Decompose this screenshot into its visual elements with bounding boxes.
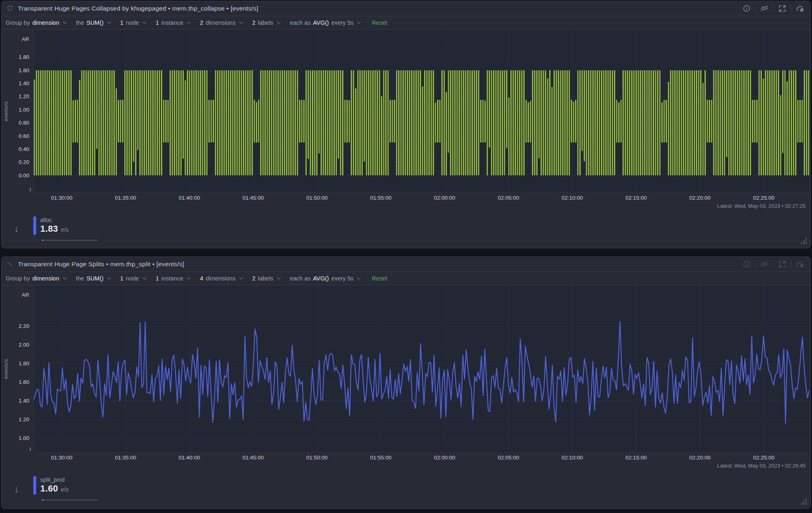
latest-timestamp: Latest: Wed, May 03, 2023 • 02:27:25 xyxy=(2,203,810,211)
time-aggregation-dropdown[interactable]: each as AVG() every 5s xyxy=(290,19,362,26)
y-tick-label: 2.20 xyxy=(19,323,29,330)
anomaly-rate-label[interactable]: AR xyxy=(22,36,29,42)
chart-filter-toolbar: Group by dimension the SUM() 1 node 1 in… xyxy=(2,272,810,285)
expand-dimensions-icon[interactable]: ↓ xyxy=(14,223,19,235)
dimension-color-bar xyxy=(33,216,36,235)
x-tick-label: 01:45:00 xyxy=(243,195,264,201)
reset-button[interactable]: Reset xyxy=(372,19,387,26)
y-tick-label: 0.60 xyxy=(19,133,29,140)
dimension-item-split-pmd[interactable]: split_pmd 1.60 e/s xyxy=(33,476,69,495)
group-by-dropdown[interactable]: Group by dimension xyxy=(6,19,67,26)
dimensions-dropdown[interactable]: 4 dimensions xyxy=(200,275,243,282)
x-tick-label: 02:15:00 xyxy=(626,455,647,461)
chart-title: Transparent Huge Pages Collapsed by khug… xyxy=(18,5,258,12)
group-by-value: dimension xyxy=(32,19,59,26)
x-tick-label: 02:20:00 xyxy=(689,195,711,201)
y-tick-label: 0.40 xyxy=(19,146,29,153)
x-axis: 01:30:0001:35:0001:40:0001:45:0001:50:00… xyxy=(33,453,809,462)
labels-dropdown[interactable]: 2 labels xyxy=(252,19,281,26)
fullscreen-icon[interactable] xyxy=(777,4,787,13)
y-tick-label: 1.80 xyxy=(19,360,29,367)
group-by-dropdown[interactable]: Group by dimension xyxy=(6,275,67,282)
x-tick-label: 01:35:00 xyxy=(115,195,136,201)
dimensions-dropdown[interactable]: 2 dimensions xyxy=(200,19,243,26)
chart-type-picker-icon[interactable] xyxy=(759,4,770,13)
chart-filter-toolbar: Group by dimension the SUM() 1 node 1 in… xyxy=(2,16,810,30)
y-tick-label: 1.00 xyxy=(19,435,29,442)
dimension-item-alloc[interactable]: alloc 1.83 e/s xyxy=(33,216,69,235)
expand-dimensions-icon[interactable]: ↓ xyxy=(14,483,19,495)
info-icon[interactable] xyxy=(742,260,751,268)
y-tick-label: 1.60 xyxy=(19,67,29,74)
time-aggregation-dropdown[interactable]: each as AVG() every 5s xyxy=(290,275,362,282)
dimension-name: alloc xyxy=(40,216,69,224)
nodes-dropdown[interactable]: 1 node xyxy=(120,275,147,282)
dimension-value: 1.60 xyxy=(40,483,58,494)
x-tick-label: 01:55:00 xyxy=(370,195,392,201)
aggregate-dropdown[interactable]: the SUM() xyxy=(76,19,111,26)
x-tick-label: 02:10:00 xyxy=(562,195,583,201)
dimensions-footer: ↓ split_pmd 1.60 e/s xyxy=(2,470,810,509)
chart-panel-thp-split: Transparent Huge Page Splits • mem.thp_s… xyxy=(1,256,811,509)
aggregate-dropdown[interactable]: the SUM() xyxy=(76,275,111,282)
y-tick-label: 0.20 xyxy=(19,159,29,166)
x-tick-label: 02:05:00 xyxy=(498,195,519,201)
y-axis-gutter: AR i events/s 1.801.601.401.201.000.800.… xyxy=(2,30,33,193)
y-tick-label: 1.20 xyxy=(19,93,29,100)
anomaly-rate-label[interactable]: AR xyxy=(22,292,29,298)
dimension-color-bar xyxy=(33,476,36,495)
x-tick-label: 02:10:00 xyxy=(562,455,583,461)
x-tick-label: 01:40:00 xyxy=(179,195,200,201)
area-chart-type-icon xyxy=(6,5,13,12)
divider xyxy=(791,5,791,12)
fullscreen-icon[interactable] xyxy=(777,260,787,268)
instances-dropdown[interactable]: 1 instance xyxy=(156,275,191,282)
divider xyxy=(755,261,756,268)
info-ribbon-label[interactable]: i xyxy=(30,186,31,192)
dimension-unit: e/s xyxy=(61,486,69,493)
info-ribbon-label[interactable]: i xyxy=(30,446,31,452)
chevron-down-icon xyxy=(63,21,67,24)
chevron-down-icon xyxy=(63,277,67,280)
chevron-down-icon xyxy=(357,277,361,280)
labels-dropdown[interactable]: 2 labels xyxy=(252,275,281,282)
chart-area: AR i events/s 1.801.601.401.201.000.800.… xyxy=(2,30,810,193)
divider xyxy=(755,5,756,12)
cloud-add-icon[interactable] xyxy=(795,4,806,13)
chevron-down-icon xyxy=(277,21,281,24)
chart-title: Transparent Huge Page Splits • mem.thp_s… xyxy=(18,261,184,268)
divider xyxy=(773,261,774,268)
reset-button[interactable]: Reset xyxy=(372,275,387,282)
chevron-down-icon xyxy=(277,277,281,280)
resize-handle-icon[interactable] xyxy=(800,498,808,507)
y-tick-label: 1.40 xyxy=(19,398,29,404)
info-icon[interactable] xyxy=(742,4,751,13)
x-tick-label: 01:45:00 xyxy=(243,455,264,461)
y-axis-gutter: AR i events/s 2.202.001.801.601.401.201.… xyxy=(2,285,33,453)
x-tick-label: 02:25:00 xyxy=(753,455,775,461)
x-tick-label: 02:20:00 xyxy=(689,455,711,461)
resize-handle-icon[interactable] xyxy=(800,237,808,246)
cloud-add-icon[interactable] xyxy=(795,260,806,268)
chevron-down-icon xyxy=(186,277,191,280)
chevron-down-icon xyxy=(142,277,147,280)
chart-type-picker-icon[interactable] xyxy=(759,260,770,268)
chevron-down-icon xyxy=(239,21,243,24)
y-tick-label: 1.00 xyxy=(19,107,29,113)
instances-dropdown[interactable]: 1 instance xyxy=(156,19,191,26)
x-tick-label: 01:30:00 xyxy=(51,195,73,201)
y-axis-units-label: events/s xyxy=(3,101,9,121)
dimension-slider[interactable] xyxy=(42,500,98,500)
x-tick-label: 02:25:00 xyxy=(753,195,775,201)
y-tick-label: 1.60 xyxy=(19,379,29,386)
chart-title-bar: Transparent Huge Pages Collapsed by khug… xyxy=(2,1,810,16)
nodes-dropdown[interactable]: 1 node xyxy=(120,19,147,26)
plot-canvas[interactable] xyxy=(33,30,809,193)
y-tick-label: 1.80 xyxy=(19,54,29,60)
chart-area: AR i events/s 2.202.001.801.601.401.201.… xyxy=(2,285,810,453)
x-axis: 01:30:0001:35:0001:40:0001:45:0001:50:00… xyxy=(33,193,809,203)
x-tick-label: 01:30:00 xyxy=(51,455,73,461)
chevron-down-icon xyxy=(142,21,147,24)
dimension-slider[interactable] xyxy=(42,240,98,241)
plot-canvas[interactable] xyxy=(33,285,809,453)
